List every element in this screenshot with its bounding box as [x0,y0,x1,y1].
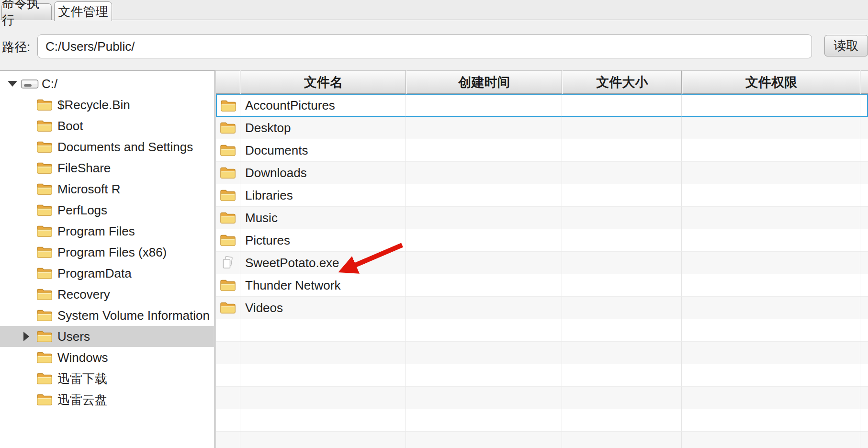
column-header-permissions[interactable]: 文件权限 [682,70,860,94]
drive-icon [21,78,40,90]
table-row-videos[interactable]: Videos [216,297,868,319]
table-row-empty[interactable] [216,387,868,409]
permissions-cell [682,207,860,229]
created-cell [406,229,562,252]
collapse-arrow-icon[interactable] [23,332,36,341]
tree-item-system-volume-information[interactable]: System Volume Information [0,305,214,326]
expand-arrow-icon[interactable] [8,81,21,87]
tree-item-program-files-x86-[interactable]: Program Files (x86) [0,242,214,263]
folder-icon [36,140,56,154]
folder-icon [216,139,240,162]
tree-item-windows[interactable]: Windows [0,347,214,368]
file-name-cell [240,342,406,364]
file-name-cell: Thunder Network [240,274,406,297]
created-cell [406,184,562,207]
table-row-accountpictures[interactable]: AccountPictures [216,94,868,117]
size-cell [562,94,682,117]
permissions-cell [682,139,860,162]
table-row-desktop[interactable]: Desktop [216,117,868,139]
tree-item--recycle-bin[interactable]: $Recycle.Bin [0,94,214,115]
file-name-cell: Music [240,207,406,229]
created-cell [406,387,562,409]
tree-item-documents-and-settings[interactable]: Documents and Settings [0,136,214,157]
overflow-cell [860,297,868,319]
folder-icon [216,207,240,229]
created-cell [406,319,562,342]
table-header: 文件名创建时间文件大小文件权限 [216,70,868,94]
folder-icon [36,98,56,112]
created-cell [406,252,562,274]
created-cell [406,162,562,184]
tree-item-fileshare[interactable]: FileShare [0,157,214,179]
column-header-filename[interactable]: 文件名 [240,70,406,94]
table-row-empty[interactable] [216,409,868,432]
tab-file-management[interactable]: 文件管理 [54,1,112,21]
folder-icon [216,184,240,207]
empty-cell [216,342,240,364]
tab-command-execution[interactable]: 命令执行 [1,3,52,20]
overflow-cell [860,229,868,252]
read-button[interactable]: 读取 [824,35,868,56]
tree-item-recovery[interactable]: Recovery [0,284,214,305]
file-name-cell [240,432,406,448]
permissions-cell [682,252,860,274]
tree-item-microsoft-r[interactable]: Microsoft R [0,179,214,200]
tree-item-label: Users [57,329,90,344]
size-cell [562,229,682,252]
table-row-sweetpotato-exe[interactable]: SweetPotato.exe [216,252,868,274]
permissions-cell [682,364,860,387]
size-cell [562,184,682,207]
table-row-downloads[interactable]: Downloads [216,162,868,184]
tree-item-users[interactable]: Users [0,326,214,347]
table-row-empty[interactable] [216,364,868,387]
tree-item-label: C:/ [42,77,57,91]
overflow-cell [860,117,868,139]
table-row-music[interactable]: Music [216,207,868,229]
empty-cell [216,432,240,448]
overflow-cell [860,184,868,207]
folder-icon [36,161,56,175]
column-header-overflow[interactable] [860,70,868,94]
table-body: AccountPicturesDesktopDocumentsDownloads… [216,94,868,448]
table-row-thunder-network[interactable]: Thunder Network [216,274,868,297]
overflow-cell [860,432,868,448]
created-cell [406,139,562,162]
table-row-empty[interactable] [216,342,868,364]
tree-item--[interactable]: 迅雷云盘 [0,389,214,410]
tab-bar: 命令执行 文件管理 [0,0,868,20]
tree-item-label: 迅雷云盘 [57,392,107,408]
size-cell [562,297,682,319]
table-row-empty[interactable] [216,432,868,448]
column-header-icon[interactable] [216,70,240,94]
file-table: 文件名创建时间文件大小文件权限 AccountPicturesDesktopDo… [215,70,868,448]
folder-icon [36,224,56,238]
created-cell [406,342,562,364]
created-cell [406,117,562,139]
permissions-cell [682,409,860,432]
column-header-filesize[interactable]: 文件大小 [562,70,682,94]
overflow-cell [860,409,868,432]
path-input[interactable] [37,34,812,58]
file-manager-window: { "tabs": [ { "label": "命令执行", "active":… [0,0,868,448]
tree-item-label: ProgramData [57,266,132,281]
table-row-libraries[interactable]: Libraries [216,184,868,207]
tree-item-programdata[interactable]: ProgramData [0,263,214,284]
table-row-pictures[interactable]: Pictures [216,229,868,252]
table-row-empty[interactable] [216,319,868,342]
column-header-created[interactable]: 创建时间 [406,70,562,94]
tree-item-label: System Volume Information [57,308,210,323]
table-row-documents[interactable]: Documents [216,139,868,162]
folder-icon [36,393,56,406]
tree-item-drive-c[interactable]: C:/ [0,73,214,94]
tree-item-label: Program Files [57,224,135,239]
tree-item-boot[interactable]: Boot [0,115,214,136]
permissions-cell [682,432,860,448]
created-cell [406,94,562,117]
tree-item-perflogs[interactable]: PerfLogs [0,200,214,221]
folder-icon [216,297,240,319]
tree-item-program-files[interactable]: Program Files [0,221,214,242]
size-cell [562,117,682,139]
tree-item--[interactable]: 迅雷下载 [0,368,214,389]
overflow-cell [860,387,868,409]
permissions-cell [682,229,860,252]
